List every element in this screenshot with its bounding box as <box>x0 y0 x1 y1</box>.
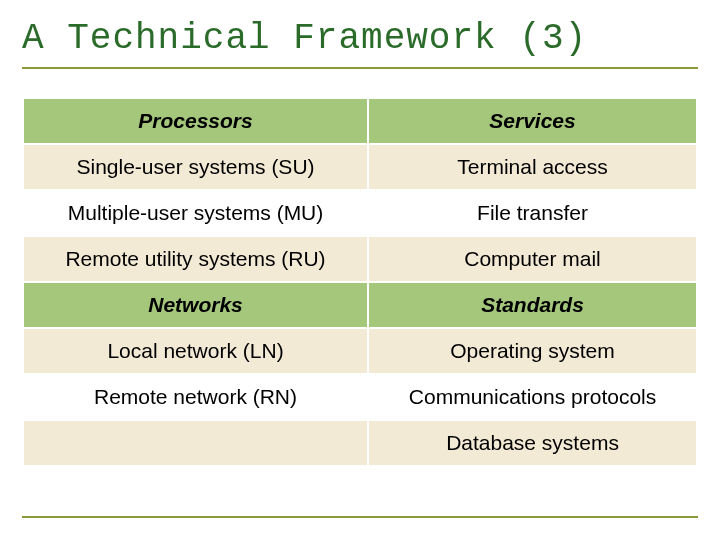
table-cell: Database systems <box>368 420 697 466</box>
table-cell: Terminal access <box>368 144 697 190</box>
table-cell: Remote utility systems (RU) <box>23 236 368 282</box>
table-cell: Multiple-user systems (MU) <box>23 190 368 236</box>
framework-table: Processors Services Single-user systems … <box>22 97 698 467</box>
slide-title: A Technical Framework (3) <box>22 18 698 59</box>
table-cell: Communications protocols <box>368 374 697 420</box>
table-row: Remote network (RN) Communications proto… <box>23 374 697 420</box>
table-header-cell: Processors <box>23 98 368 144</box>
table-cell: Computer mail <box>368 236 697 282</box>
slide: A Technical Framework (3) Processors Ser… <box>0 0 720 540</box>
table-row: Networks Standards <box>23 282 697 328</box>
table-cell-empty <box>23 420 368 466</box>
table-body: Processors Services Single-user systems … <box>23 98 697 466</box>
table-row: Processors Services <box>23 98 697 144</box>
footer-rule <box>22 516 698 518</box>
table-header-cell: Networks <box>23 282 368 328</box>
table-row: Local network (LN) Operating system <box>23 328 697 374</box>
table-cell: Remote network (RN) <box>23 374 368 420</box>
table-cell: Standards <box>368 282 697 328</box>
table-row: Remote utility systems (RU) Computer mai… <box>23 236 697 282</box>
table-cell: Single-user systems (SU) <box>23 144 368 190</box>
table-row: Database systems <box>23 420 697 466</box>
table-row: Single-user systems (SU) Terminal access <box>23 144 697 190</box>
table-header-cell: Services <box>368 98 697 144</box>
title-container: A Technical Framework (3) <box>22 18 698 69</box>
table-cell: Operating system <box>368 328 697 374</box>
table-cell: File transfer <box>368 190 697 236</box>
table-row: Multiple-user systems (MU) File transfer <box>23 190 697 236</box>
table-cell: Local network (LN) <box>23 328 368 374</box>
